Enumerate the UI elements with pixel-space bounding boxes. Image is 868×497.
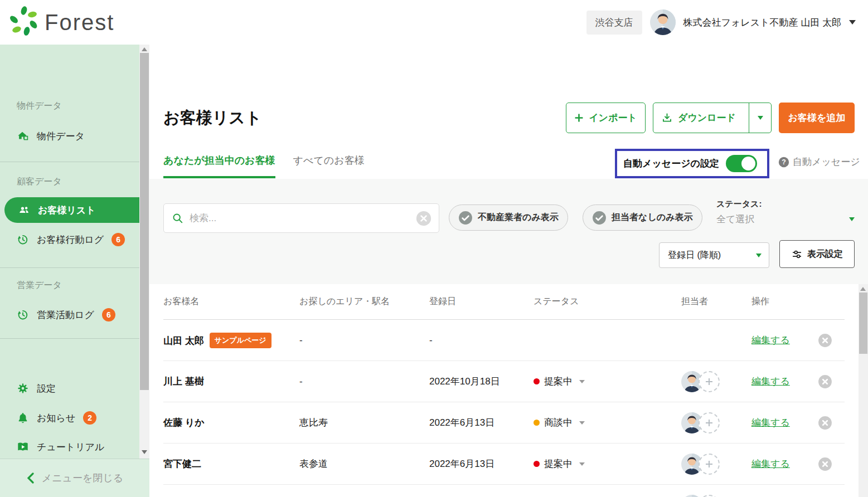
status-label: 商談中 — [544, 416, 573, 429]
status-label: 提案中 — [544, 375, 573, 388]
customer-area: - — [299, 335, 429, 346]
user-menu-caret-icon[interactable] — [849, 20, 856, 25]
app-logo[interactable]: Forest — [0, 6, 114, 38]
scroll-up-icon[interactable] — [142, 47, 147, 51]
status-select[interactable]: 商談中 — [534, 416, 681, 429]
sales-log-badge: 6 — [102, 308, 115, 321]
customer-area: 表参道 — [299, 457, 429, 470]
customer-area: - — [299, 376, 429, 387]
forest-leaf-logo-icon — [9, 6, 39, 38]
sliders-icon — [791, 248, 803, 260]
caret-down-icon — [579, 462, 585, 466]
check-circle-icon — [458, 211, 473, 225]
filter-bar: 不動産業者のみ表示 担当者なしのみ表示 ステータス: 全て選択 登録日 (降順) — [149, 179, 868, 284]
status-filter-label: ステータス: — [716, 199, 855, 209]
auto-message-help-link[interactable]: ? 自動メッセージ — [778, 155, 860, 168]
search-icon — [172, 212, 184, 225]
sidebar-divider — [0, 267, 139, 268]
sidebar-item-news[interactable]: お知らせ 2 — [0, 405, 139, 431]
table-row: 川上 基樹 - 2022年10月18日 提案中 編集す — [163, 361, 845, 402]
sidebar-scrollbar-thumb[interactable] — [140, 53, 149, 390]
sidebar-item-property-data[interactable]: 物件データ — [0, 123, 139, 149]
display-settings-button[interactable]: 表示設定 — [779, 240, 855, 268]
sidebar-item-settings[interactable]: 設定 — [0, 375, 139, 402]
table-scrollbar[interactable] — [859, 284, 868, 497]
download-split-button: ダウンロード — [653, 103, 772, 133]
table-scrollbar-thumb[interactable] — [859, 293, 867, 354]
sidebar-scrollbar[interactable] — [139, 45, 149, 459]
delete-row-button[interactable] — [818, 333, 832, 348]
main-content: お客様リスト インポート ダウンロード — [149, 45, 868, 497]
add-customer-button[interactable]: お客様を追加 — [779, 103, 855, 133]
tab-all-customers[interactable]: すべてのお客様 — [293, 154, 365, 178]
edit-link[interactable]: 編集する — [751, 375, 790, 388]
plus-icon — [705, 460, 714, 469]
sort-select[interactable]: 登録日 (降順) — [659, 242, 769, 268]
caret-down-icon — [758, 116, 763, 120]
delete-row-button[interactable] — [818, 374, 832, 389]
search-input[interactable] — [190, 213, 410, 224]
assignee-avatar[interactable] — [681, 495, 702, 497]
question-circle-icon: ? — [778, 156, 790, 168]
table-row: 宮下健二 表参道 2022年6月13日 提案中 編集す — [163, 444, 845, 485]
customer-area: 恵比寿 — [299, 416, 429, 429]
auto-message-toggle-label: 自動メッセージの設定 — [623, 157, 719, 170]
customer-date: 2022年6月13日 — [429, 457, 534, 470]
chevron-left-icon — [26, 472, 35, 484]
scroll-down-icon[interactable] — [142, 450, 147, 454]
bell-icon — [17, 412, 29, 424]
status-select[interactable]: 提案中 — [534, 457, 681, 470]
customer-date: 2022年10月18日 — [429, 375, 534, 388]
col-header-actions: 操作 — [751, 296, 845, 308]
status-dot — [534, 420, 540, 426]
sidebar-item-customer-list[interactable]: お客様リスト — [4, 197, 139, 223]
sidebar-item-sales-log[interactable]: 営業活動ログ 6 — [0, 301, 139, 328]
status-dot — [534, 461, 540, 467]
scroll-up-icon[interactable] — [860, 287, 866, 291]
col-header-status: ステータス — [534, 296, 681, 308]
col-header-name: お客様名 — [163, 296, 299, 308]
sidebar: 物件データ 物件データ 顧客データ お客様リスト — [0, 45, 149, 497]
status-filter-select[interactable]: ステータス: 全て選択 — [716, 199, 855, 226]
customer-name: 佐藤 りか — [163, 417, 205, 428]
caret-down-icon — [579, 421, 585, 425]
status-label: 提案中 — [544, 457, 573, 470]
status-select[interactable]: 提案中 — [534, 375, 681, 388]
table-row: 山田 太郎サンプルページ - - 編集する — [163, 320, 845, 361]
delete-row-button[interactable] — [818, 457, 832, 471]
edit-link[interactable]: 編集する — [751, 416, 790, 429]
download-options-button[interactable] — [749, 103, 771, 133]
gear-icon — [17, 382, 29, 394]
add-assignee-button[interactable] — [699, 454, 720, 475]
download-icon — [661, 112, 673, 124]
delete-row-button[interactable] — [818, 416, 832, 430]
table-row: 山田太郎 渋谷 2022年6月13日 提案中 編集する — [163, 485, 845, 497]
sidebar-divider — [0, 338, 139, 339]
sidebar-section-sales-data: 営業データ — [17, 280, 62, 291]
edit-link[interactable]: 編集する — [751, 457, 790, 470]
filter-chip-unassigned-only[interactable]: 担当者なしのみ表示 — [583, 204, 702, 231]
customer-date: - — [429, 335, 534, 346]
user-avatar[interactable] — [650, 9, 676, 35]
caret-down-icon — [579, 380, 585, 383]
edit-link[interactable]: 編集する — [751, 334, 790, 347]
status-dot — [534, 378, 540, 384]
filter-chip-agents-only[interactable]: 不動産業者のみ表示 — [449, 204, 568, 231]
auto-message-toggle-highlight: 自動メッセージの設定 — [615, 149, 769, 178]
add-assignee-button[interactable] — [699, 495, 720, 497]
close-menu-button[interactable]: メニューを閉じる — [0, 459, 149, 497]
clear-search-button[interactable] — [415, 210, 432, 227]
sidebar-item-tutorial[interactable]: チュートリアル — [0, 433, 139, 460]
sidebar-section-customer-data: 顧客データ — [17, 176, 62, 188]
download-button[interactable]: ダウンロード — [653, 103, 744, 133]
import-button[interactable]: インポート — [566, 103, 646, 133]
add-assignee-button[interactable] — [699, 371, 720, 392]
col-header-assignee: 担当者 — [681, 296, 751, 308]
sidebar-item-customer-log[interactable]: お客様行動ログ 6 — [0, 226, 139, 253]
add-assignee-button[interactable] — [699, 412, 720, 433]
sidebar-section-property-data: 物件データ — [17, 100, 62, 112]
auto-message-toggle[interactable] — [726, 155, 757, 172]
tab-assigned-customers[interactable]: あなたが担当中のお客様 — [163, 154, 275, 178]
customer-date: 2022年6月13日 — [429, 416, 534, 429]
col-header-date: 登録日 — [429, 296, 534, 308]
